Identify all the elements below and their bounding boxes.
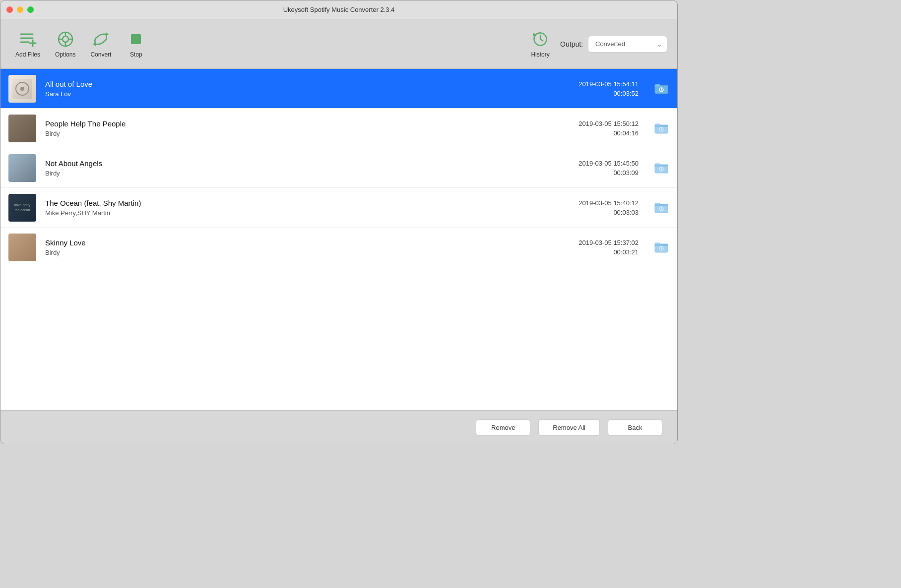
open-folder-button[interactable] [653,160,669,176]
track-meta: 2019-03-05 15:50:12 00:04:16 [539,120,639,137]
add-files-label: Add Files [15,51,40,58]
track-info: All out of Love Sara Lov [45,80,539,98]
svg-point-6 [63,36,68,42]
track-info: The Ocean (feat. Shy Martin) Mike Perry,… [45,199,539,217]
track-title: People Help The People [45,119,539,128]
remove-all-button[interactable]: Remove All [538,419,600,436]
track-date: 2019-03-05 15:40:12 [579,199,639,207]
stop-button[interactable]: Stop [121,26,151,62]
track-artist: Birdy [45,170,539,177]
svg-rect-13 [131,34,141,44]
history-label: History [531,51,549,58]
track-date: 2019-03-05 15:54:11 [579,80,639,88]
options-label: Options [55,51,75,58]
track-duration: 00:03:03 [613,209,639,216]
track-duration: 00:03:09 [613,169,639,176]
add-files-icon [19,30,37,48]
minimize-button[interactable] [17,6,23,13]
track-meta: 2019-03-05 15:37:02 00:03:21 [539,239,639,256]
convert-icon [92,30,110,48]
svg-line-17 [540,39,543,41]
stop-label: Stop [130,51,142,58]
back-button[interactable]: Back [608,419,662,436]
album-art [8,115,36,142]
track-date: 2019-03-05 15:45:50 [579,160,639,167]
table-row[interactable]: Skinny Love Birdy 2019-03-05 15:37:02 00… [0,228,677,267]
bottom-bar: Remove Remove All Back [0,410,677,444]
track-info: Not About Angels Birdy [45,159,539,177]
track-duration: 00:03:52 [613,90,639,97]
track-date: 2019-03-05 15:37:02 [579,239,639,246]
track-artist: Sara Lov [45,90,539,98]
album-art [8,154,36,182]
track-date: 2019-03-05 15:50:12 [579,120,639,127]
track-artist: Birdy [45,130,539,137]
options-button[interactable]: Options [50,26,80,62]
title-bar: Ukeysoft Spotify Music Converter 2.3.4 [0,0,677,19]
track-list: All out of Love Sara Lov 2019-03-05 15:5… [0,69,677,410]
track-artist: Birdy [45,249,539,256]
output-dropdown-wrapper[interactable]: Converted Downloads Desktop [588,36,667,53]
album-art [8,75,36,103]
svg-marker-11 [106,32,109,36]
stop-icon [127,30,145,48]
album-art [8,234,36,261]
table-row[interactable]: Not About Angels Birdy 2019-03-05 15:45:… [0,148,677,188]
track-info: Skinny Love Birdy [45,238,539,256]
track-title: Not About Angels [45,159,539,168]
convert-label: Convert [90,51,111,58]
open-folder-button[interactable] [653,120,669,136]
close-button[interactable] [6,6,13,13]
output-area: Output: Converted Downloads Desktop [560,36,667,53]
track-duration: 00:03:21 [613,248,639,256]
album-art: mike perrythe ocean [8,194,36,222]
table-row[interactable]: mike perrythe ocean The Ocean (feat. Shy… [0,188,677,228]
add-files-button[interactable]: Add Files [10,26,45,62]
output-dropdown[interactable]: Converted Downloads Desktop [588,36,667,53]
open-folder-button[interactable] [653,239,669,255]
track-duration: 00:04:16 [613,129,639,137]
table-row[interactable]: People Help The People Birdy 2019-03-05 … [0,109,677,148]
track-title: The Ocean (feat. Shy Martin) [45,199,539,207]
track-meta: 2019-03-05 15:54:11 00:03:52 [539,80,639,97]
convert-button[interactable]: Convert [85,26,116,62]
window-controls [6,6,34,13]
track-meta: 2019-03-05 15:45:50 00:03:09 [539,160,639,176]
open-folder-button[interactable] [653,200,669,216]
maximize-button[interactable] [27,6,34,13]
track-title: Skinny Love [45,238,539,247]
history-button[interactable]: History [525,26,555,62]
track-title: All out of Love [45,80,539,88]
history-icon [531,30,549,48]
table-row[interactable]: All out of Love Sara Lov 2019-03-05 15:5… [0,69,677,109]
track-artist: Mike Perry,SHY Martin [45,209,539,217]
track-info: People Help The People Birdy [45,119,539,137]
window-title: Ukeysoft Spotify Music Converter 2.3.4 [283,6,395,13]
output-label: Output: [560,40,583,48]
remove-button[interactable]: Remove [476,419,530,436]
options-icon [57,30,74,48]
track-meta: 2019-03-05 15:40:12 00:03:03 [539,199,639,216]
svg-marker-12 [93,42,96,46]
toolbar: Add Files Options [0,19,677,69]
open-folder-button[interactable] [653,81,669,97]
